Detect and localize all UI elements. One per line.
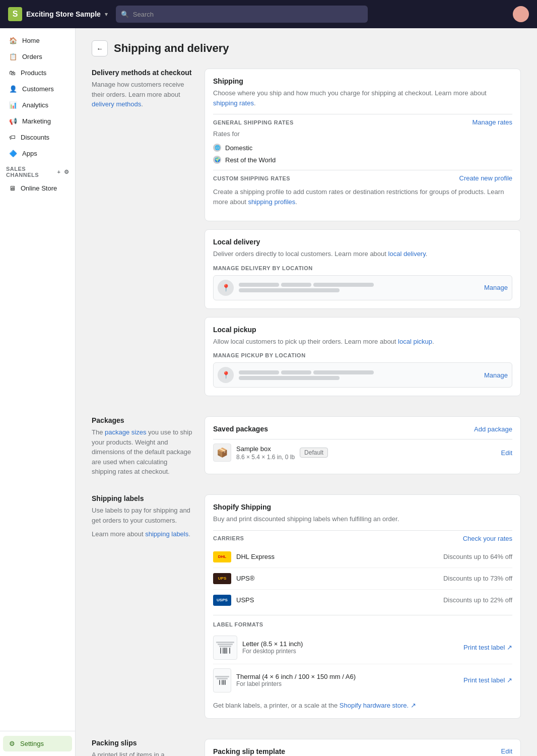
add-package-link[interactable]: Add package [474,425,512,433]
sidebar-item-marketing[interactable]: 📢 Marketing [3,113,72,129]
local-delivery-link[interactable]: local delivery [388,250,426,258]
main-content: ← Shipping and delivery Delivery methods… [76,28,537,756]
back-button[interactable]: ← [92,40,108,56]
print-thermal-label-link[interactable]: Print test label ↗ [463,676,512,684]
shipping-profiles-link[interactable]: shipping profiles [248,198,295,206]
shipping-card-title: Shipping [213,77,512,85]
delivery-methods-right: Shipping Choose where you ship and how m… [205,69,521,404]
sidebar-item-label: Apps [22,150,37,157]
general-rates-label: GENERAL SHIPPING RATES [213,119,294,125]
sidebar-item-apps[interactable]: 🔷 Apps [3,146,72,161]
globe-icon: 🌐 [213,144,221,152]
local-pickup-manage-link[interactable]: Manage [484,371,508,379]
shipping-labels-title: Shipping labels [92,494,192,502]
default-badge: Default [300,448,328,458]
delivery-methods-desc: Manage how customers receive their order… [92,80,192,109]
shipping-rates-link[interactable]: shipping rates [213,99,254,107]
label-formats-header: LABEL FORMATS [213,615,512,632]
local-pickup-card: Local pickup Allow local customers to pi… [205,317,521,397]
shopify-logo: S [8,7,22,21]
sidebar-item-label: Analytics [22,101,48,109]
sidebar-item-customers[interactable]: 👤 Customers [3,81,72,97]
ups-discount: Discounts up to 73% off [443,575,512,582]
search-input[interactable] [133,11,363,18]
packing-slip-template-title: Packing slip template [213,747,285,755]
search-bar[interactable]: 🔍 [116,6,368,23]
saved-packages-title: Saved packages [213,425,268,433]
edit-packing-slip-link[interactable]: Edit [501,747,512,755]
carriers-header: CARRIERS Check your rates [213,530,512,546]
package-name: Sample box [236,445,295,453]
location-line [313,370,374,374]
shipping-labels-desc2: Learn more about shipping labels. [92,529,192,539]
dhl-name: DHL Express [236,553,275,560]
sidebar: 🏠 Home 📋 Orders 🛍 Products 👤 Customers 📊… [0,28,76,756]
add-channel-icon[interactable]: + [57,169,61,175]
label-row-thermal: Thermal (4 × 6 inch / 100 × 150 mm / A6)… [213,664,512,697]
thermal-label-name: Thermal (4 × 6 inch / 100 × 150 mm / A6) [236,673,356,680]
sidebar-item-analytics[interactable]: 📊 Analytics [3,97,72,113]
manage-rates-link[interactable]: Manage rates [473,118,513,126]
shopify-shipping-title: Shopify Shipping [213,503,512,511]
location-line [281,370,311,374]
delivery-methods-link[interactable]: delivery methods [92,100,141,108]
location-line [239,288,340,292]
carrier-row-dhl: DHL DHL Express Discounts up to 64% off [213,546,512,568]
globe-world-icon: 🌍 [213,156,221,164]
sidebar-item-orders[interactable]: 📋 Orders [3,49,72,65]
local-delivery-manage-link[interactable]: Manage [484,284,508,291]
store-chevron-icon: ▾ [105,11,108,18]
orders-icon: 📋 [9,53,17,60]
packages-desc: The package sizes you use to ship your p… [92,427,192,477]
topnav-right [513,6,529,22]
sidebar-item-label: Orders [22,53,42,60]
sidebar-item-home[interactable]: 🏠 Home [3,33,72,48]
packing-slips-left: Packing slips A printed list of items in… [92,739,192,757]
dhl-logo: DHL [213,551,231,562]
package-sizes-link[interactable]: package sizes [105,428,146,436]
thermal-label-icon [213,668,231,692]
ups-name: UPS® [236,575,254,582]
store-brand[interactable]: S Exciting Store Sample ▾ [8,7,108,21]
shipping-labels-link[interactable]: shipping labels [145,530,188,538]
shipping-labels-right: Shopify Shipping Buy and print discounte… [205,494,521,727]
location-pin-icon: 📍 [218,280,234,296]
rate-domestic-label: Domestic [225,144,252,152]
label-row-letter: Letter (8.5 × 11 inch) For desktop print… [213,632,512,664]
general-rates-header: GENERAL SHIPPING RATES Manage rates [213,114,512,130]
page-header: ← Shipping and delivery [92,40,521,56]
local-delivery-location-row: 📍 Manage [213,275,512,300]
location-line [239,370,279,374]
rates-for-label: Rates for [213,130,512,138]
settings-channel-icon[interactable]: ⚙ [64,169,70,175]
packing-slips-right: Packing slip template Edit Customize the… [205,739,521,757]
sidebar-item-online-store[interactable]: 🖥 Online Store [3,180,72,196]
letter-label-icon [213,636,237,660]
packing-slips-title: Packing slips [92,739,192,747]
customers-icon: 👤 [9,85,17,93]
packing-slips-section: Packing slips A printed list of items in… [92,739,521,757]
sidebar-item-discounts[interactable]: 🏷 Discounts [3,130,72,145]
sidebar-item-products[interactable]: 🛍 Products [3,65,72,81]
location-line [239,283,279,287]
page-title: Shipping and delivery [114,42,229,55]
rate-worldwide: 🌍 Rest of the World [213,154,512,166]
avatar[interactable] [513,6,529,22]
packages-left: Packages The package sizes you use to sh… [92,416,192,477]
sidebar-item-settings[interactable]: ⚙ Settings [3,736,72,751]
sidebar-item-label: Settings [20,740,44,747]
edit-package-link[interactable]: Edit [501,449,512,457]
local-pickup-link[interactable]: local pickup [398,338,432,345]
print-letter-label-link[interactable]: Print test label ↗ [463,644,512,651]
discounts-icon: 🏷 [9,134,16,141]
shopify-hardware-link[interactable]: Shopify hardware store. ↗ [340,702,416,709]
online-store-icon: 🖥 [9,184,16,192]
sales-channels-label: SALES CHANNELS [6,166,57,178]
create-profile-link[interactable]: Create new profile [459,174,513,182]
check-rates-link[interactable]: Check your rates [463,535,512,542]
marketing-icon: 📢 [9,117,17,125]
rate-worldwide-label: Rest of the World [225,156,276,164]
packing-slip-template-card: Packing slip template Edit Customize the… [205,739,521,757]
shipping-labels-left: Shipping labels Use labels to pay for sh… [92,494,192,539]
sales-channels-section: SALES CHANNELS + ⚙ [0,162,75,180]
